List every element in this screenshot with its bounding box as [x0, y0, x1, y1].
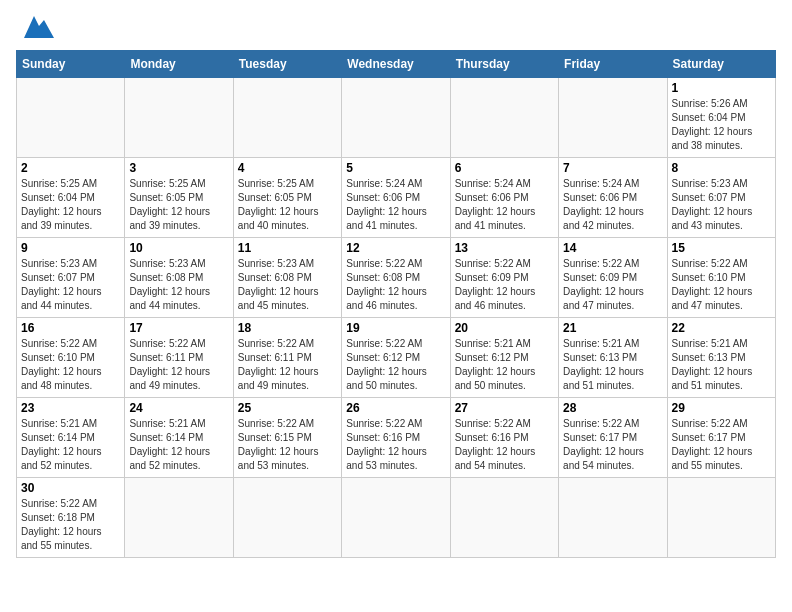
calendar-cell: 14Sunrise: 5:22 AM Sunset: 6:09 PM Dayli…: [559, 238, 667, 318]
day-number: 2: [21, 161, 120, 175]
calendar-cell: 30Sunrise: 5:22 AM Sunset: 6:18 PM Dayli…: [17, 478, 125, 558]
day-number: 22: [672, 321, 771, 335]
calendar-cell: 13Sunrise: 5:22 AM Sunset: 6:09 PM Dayli…: [450, 238, 558, 318]
day-info: Sunrise: 5:22 AM Sunset: 6:16 PM Dayligh…: [455, 417, 554, 473]
col-header-saturday: Saturday: [667, 51, 775, 78]
page-header: [16, 16, 776, 38]
calendar-cell: [233, 478, 341, 558]
day-info: Sunrise: 5:21 AM Sunset: 6:13 PM Dayligh…: [672, 337, 771, 393]
day-info: Sunrise: 5:22 AM Sunset: 6:11 PM Dayligh…: [238, 337, 337, 393]
day-number: 18: [238, 321, 337, 335]
calendar-cell: 7Sunrise: 5:24 AM Sunset: 6:06 PM Daylig…: [559, 158, 667, 238]
calendar-cell: 25Sunrise: 5:22 AM Sunset: 6:15 PM Dayli…: [233, 398, 341, 478]
col-header-thursday: Thursday: [450, 51, 558, 78]
calendar-cell: 23Sunrise: 5:21 AM Sunset: 6:14 PM Dayli…: [17, 398, 125, 478]
day-number: 23: [21, 401, 120, 415]
day-info: Sunrise: 5:23 AM Sunset: 6:08 PM Dayligh…: [129, 257, 228, 313]
calendar-cell: [450, 478, 558, 558]
day-info: Sunrise: 5:23 AM Sunset: 6:07 PM Dayligh…: [21, 257, 120, 313]
calendar-cell: 10Sunrise: 5:23 AM Sunset: 6:08 PM Dayli…: [125, 238, 233, 318]
day-info: Sunrise: 5:21 AM Sunset: 6:13 PM Dayligh…: [563, 337, 662, 393]
calendar-cell: 16Sunrise: 5:22 AM Sunset: 6:10 PM Dayli…: [17, 318, 125, 398]
day-info: Sunrise: 5:24 AM Sunset: 6:06 PM Dayligh…: [455, 177, 554, 233]
day-number: 28: [563, 401, 662, 415]
day-info: Sunrise: 5:24 AM Sunset: 6:06 PM Dayligh…: [346, 177, 445, 233]
calendar-table: SundayMondayTuesdayWednesdayThursdayFrid…: [16, 50, 776, 558]
logo: [16, 16, 54, 38]
day-number: 14: [563, 241, 662, 255]
day-number: 13: [455, 241, 554, 255]
calendar-cell: 18Sunrise: 5:22 AM Sunset: 6:11 PM Dayli…: [233, 318, 341, 398]
calendar-cell: [342, 78, 450, 158]
day-number: 1: [672, 81, 771, 95]
calendar-cell: 20Sunrise: 5:21 AM Sunset: 6:12 PM Dayli…: [450, 318, 558, 398]
calendar-week-row: 16Sunrise: 5:22 AM Sunset: 6:10 PM Dayli…: [17, 318, 776, 398]
day-info: Sunrise: 5:22 AM Sunset: 6:15 PM Dayligh…: [238, 417, 337, 473]
day-info: Sunrise: 5:22 AM Sunset: 6:09 PM Dayligh…: [563, 257, 662, 313]
day-number: 8: [672, 161, 771, 175]
day-info: Sunrise: 5:22 AM Sunset: 6:11 PM Dayligh…: [129, 337, 228, 393]
calendar-cell: [450, 78, 558, 158]
calendar-cell: [342, 478, 450, 558]
calendar-cell: 9Sunrise: 5:23 AM Sunset: 6:07 PM Daylig…: [17, 238, 125, 318]
calendar-cell: 11Sunrise: 5:23 AM Sunset: 6:08 PM Dayli…: [233, 238, 341, 318]
day-info: Sunrise: 5:22 AM Sunset: 6:10 PM Dayligh…: [21, 337, 120, 393]
day-number: 20: [455, 321, 554, 335]
calendar-cell: 6Sunrise: 5:24 AM Sunset: 6:06 PM Daylig…: [450, 158, 558, 238]
day-number: 17: [129, 321, 228, 335]
calendar-cell: [125, 78, 233, 158]
day-number: 30: [21, 481, 120, 495]
day-number: 29: [672, 401, 771, 415]
day-info: Sunrise: 5:22 AM Sunset: 6:17 PM Dayligh…: [563, 417, 662, 473]
day-number: 6: [455, 161, 554, 175]
calendar-cell: [17, 78, 125, 158]
day-number: 3: [129, 161, 228, 175]
calendar-cell: 29Sunrise: 5:22 AM Sunset: 6:17 PM Dayli…: [667, 398, 775, 478]
day-number: 27: [455, 401, 554, 415]
day-info: Sunrise: 5:22 AM Sunset: 6:12 PM Dayligh…: [346, 337, 445, 393]
day-info: Sunrise: 5:23 AM Sunset: 6:08 PM Dayligh…: [238, 257, 337, 313]
day-info: Sunrise: 5:22 AM Sunset: 6:10 PM Dayligh…: [672, 257, 771, 313]
calendar-cell: 22Sunrise: 5:21 AM Sunset: 6:13 PM Dayli…: [667, 318, 775, 398]
day-info: Sunrise: 5:22 AM Sunset: 6:18 PM Dayligh…: [21, 497, 120, 553]
day-number: 7: [563, 161, 662, 175]
day-number: 19: [346, 321, 445, 335]
calendar-header-row: SundayMondayTuesdayWednesdayThursdayFrid…: [17, 51, 776, 78]
calendar-cell: 17Sunrise: 5:22 AM Sunset: 6:11 PM Dayli…: [125, 318, 233, 398]
day-number: 10: [129, 241, 228, 255]
day-info: Sunrise: 5:22 AM Sunset: 6:17 PM Dayligh…: [672, 417, 771, 473]
day-info: Sunrise: 5:26 AM Sunset: 6:04 PM Dayligh…: [672, 97, 771, 153]
day-info: Sunrise: 5:21 AM Sunset: 6:12 PM Dayligh…: [455, 337, 554, 393]
svg-marker-0: [24, 16, 54, 38]
calendar-cell: [667, 478, 775, 558]
calendar-cell: 28Sunrise: 5:22 AM Sunset: 6:17 PM Dayli…: [559, 398, 667, 478]
calendar-week-row: 1Sunrise: 5:26 AM Sunset: 6:04 PM Daylig…: [17, 78, 776, 158]
calendar-cell: 26Sunrise: 5:22 AM Sunset: 6:16 PM Dayli…: [342, 398, 450, 478]
day-info: Sunrise: 5:22 AM Sunset: 6:09 PM Dayligh…: [455, 257, 554, 313]
day-info: Sunrise: 5:22 AM Sunset: 6:16 PM Dayligh…: [346, 417, 445, 473]
day-info: Sunrise: 5:21 AM Sunset: 6:14 PM Dayligh…: [129, 417, 228, 473]
day-number: 5: [346, 161, 445, 175]
calendar-week-row: 23Sunrise: 5:21 AM Sunset: 6:14 PM Dayli…: [17, 398, 776, 478]
day-number: 9: [21, 241, 120, 255]
day-number: 21: [563, 321, 662, 335]
calendar-body: 1Sunrise: 5:26 AM Sunset: 6:04 PM Daylig…: [17, 78, 776, 558]
calendar-week-row: 2Sunrise: 5:25 AM Sunset: 6:04 PM Daylig…: [17, 158, 776, 238]
day-number: 26: [346, 401, 445, 415]
calendar-cell: 24Sunrise: 5:21 AM Sunset: 6:14 PM Dayli…: [125, 398, 233, 478]
calendar-cell: 27Sunrise: 5:22 AM Sunset: 6:16 PM Dayli…: [450, 398, 558, 478]
calendar-cell: 15Sunrise: 5:22 AM Sunset: 6:10 PM Dayli…: [667, 238, 775, 318]
calendar-cell: 21Sunrise: 5:21 AM Sunset: 6:13 PM Dayli…: [559, 318, 667, 398]
day-number: 15: [672, 241, 771, 255]
col-header-friday: Friday: [559, 51, 667, 78]
calendar-cell: 19Sunrise: 5:22 AM Sunset: 6:12 PM Dayli…: [342, 318, 450, 398]
day-info: Sunrise: 5:25 AM Sunset: 6:04 PM Dayligh…: [21, 177, 120, 233]
calendar-cell: 8Sunrise: 5:23 AM Sunset: 6:07 PM Daylig…: [667, 158, 775, 238]
day-info: Sunrise: 5:25 AM Sunset: 6:05 PM Dayligh…: [238, 177, 337, 233]
day-info: Sunrise: 5:22 AM Sunset: 6:08 PM Dayligh…: [346, 257, 445, 313]
calendar-cell: [233, 78, 341, 158]
calendar-cell: 3Sunrise: 5:25 AM Sunset: 6:05 PM Daylig…: [125, 158, 233, 238]
col-header-wednesday: Wednesday: [342, 51, 450, 78]
calendar-cell: 4Sunrise: 5:25 AM Sunset: 6:05 PM Daylig…: [233, 158, 341, 238]
day-number: 24: [129, 401, 228, 415]
